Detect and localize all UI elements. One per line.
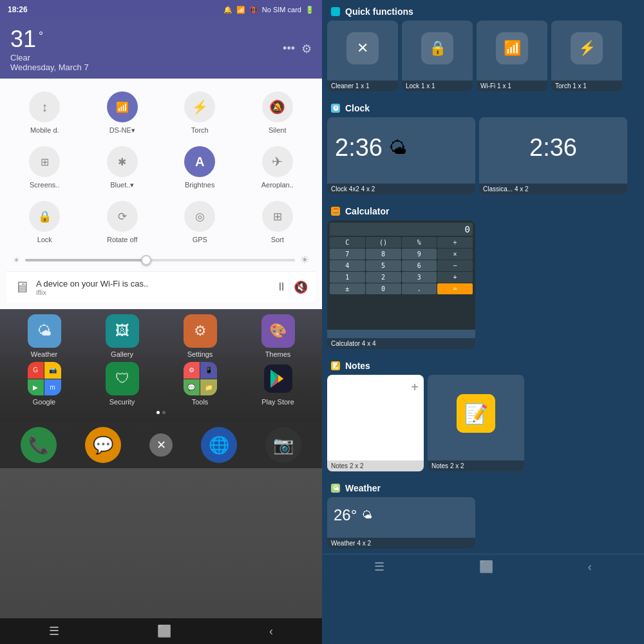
calc-btn-percent: % <box>402 237 437 248</box>
notes-yellow-inner: 📝 <box>428 375 524 452</box>
nav-menu-icon[interactable]: ☰ <box>49 624 59 638</box>
phone-app[interactable]: 📞 <box>21 427 57 463</box>
nav-home-icon[interactable]: ⬜ <box>157 624 171 638</box>
lock-widget[interactable]: 🔒 Lock 1 x 1 <box>402 21 473 91</box>
calc-btn-plusminus: ± <box>330 283 365 294</box>
tile-brightness-label: Brightnes <box>185 181 214 189</box>
app-item-gallery[interactable]: 🖼 Gallery <box>84 314 160 358</box>
right-nav-back[interactable]: ‹ <box>588 560 592 574</box>
tile-mobile-data-label: Mobile d. <box>30 126 59 134</box>
brightness-fill <box>25 259 147 261</box>
tile-screenshot[interactable]: ⊞ Screens.. <box>6 140 83 193</box>
notes-blank-widget[interactable]: + Notes 2 x 2 <box>327 375 424 471</box>
calculator-dot: 🧮 <box>331 207 340 216</box>
tile-bluetooth[interactable]: ✱ Bluet..▾ <box>84 140 161 193</box>
cleaner-widget[interactable]: ✕ Cleaner 1 x 1 <box>327 21 398 91</box>
torch-widget[interactable]: ⚡ Torch 1 x 1 <box>551 21 622 91</box>
nav-back-icon[interactable]: ‹ <box>269 625 273 638</box>
calc-btn-c: C <box>330 237 365 248</box>
calc-btn-3: 3 <box>402 272 437 283</box>
app-item-weather[interactable]: 🌤 Weather <box>6 314 82 358</box>
app-item-themes[interactable]: 🎨 Themes <box>240 314 316 358</box>
brightness-slider[interactable] <box>25 259 295 261</box>
app-grid-background: 🌤 Weather 🖼 Gallery ⚙ Settings 🎨 Themes … <box>0 309 322 422</box>
calc-btn-dot: . <box>402 283 437 294</box>
notes-row: + Notes 2 x 2 📝 Notes 2 x 2 <box>322 375 644 477</box>
torch-widget-icon: ⚡ <box>571 32 603 64</box>
calculator-widget-label: Calculator 4 x 4 <box>327 338 475 349</box>
wifi-icon: 📶 <box>236 6 245 14</box>
more-options-icon[interactable]: ••• <box>283 42 295 56</box>
right-nav-home[interactable]: ⬜ <box>479 560 493 574</box>
notes-plus-icon: + <box>411 380 419 395</box>
left-panel: 18:26 🔔 📶 📵 No SIM card 🔋 31 ° Clear Wed… <box>0 0 322 644</box>
brightness-icon: A <box>184 146 215 177</box>
app-item-playstore[interactable]: Play Store <box>240 362 316 406</box>
tile-gps[interactable]: ◎ GPS <box>162 194 238 247</box>
page-dot-1 <box>156 411 160 414</box>
security-app-label: Security <box>109 398 135 406</box>
calculator-row: 0 C () % ÷ 7 8 9 × 4 5 6 − 1 2 3 <box>322 220 644 354</box>
calculator-widget[interactable]: 0 C () % ÷ 7 8 9 × 4 5 6 − 1 2 3 <box>327 220 475 349</box>
clock-4x2-inner: 2:36 🌤 <box>327 117 475 178</box>
tile-ds-ne-label: DS-NE▾ <box>109 126 135 135</box>
wifi-widget[interactable]: 📶 Wi-Fi 1 x 1 <box>477 21 547 91</box>
close-button[interactable]: ✕ <box>149 433 173 457</box>
tile-rotate[interactable]: ⟳ Rotate off <box>84 194 161 247</box>
tile-torch[interactable]: ⚡ Torch <box>162 85 238 138</box>
brightness-row[interactable]: ☀ ☀ <box>6 252 316 271</box>
weather-section-row: 26° 🌤 Weather 4 x 2 <box>322 497 644 554</box>
weather-section-widget[interactable]: 26° 🌤 Weather 4 x 2 <box>327 497 475 549</box>
tile-mobile-data[interactable]: ↕ Mobile d. <box>6 85 83 138</box>
app-item-settings[interactable]: ⚙ Settings <box>162 314 238 358</box>
screenshot-icon: ⊞ <box>29 146 60 177</box>
clock-classic-widget[interactable]: 2:36 Classica... 4 x 2 <box>479 117 627 194</box>
tile-airplane-label: Aeroplan.. <box>261 181 294 189</box>
brightness-thumb <box>141 255 151 265</box>
media-text: A device on your Wi-Fi is cas.. iflix <box>36 279 269 296</box>
calc-btn-add: + <box>437 272 473 283</box>
tile-gps-label: GPS <box>193 236 207 243</box>
cleaner-icon-area: ✕ <box>327 21 398 75</box>
clock-4x2-widget[interactable]: 2:36 🌤 Clock 4x2 4 x 2 <box>327 117 475 194</box>
notes-dot: 📝 <box>331 361 340 370</box>
tile-sort[interactable]: ⊞ Sort <box>240 194 316 247</box>
weather-widget-icon: 🌤 <box>362 509 372 521</box>
tile-brightness[interactable]: A Brightnes <box>162 140 238 193</box>
settings-icon[interactable]: ⚙ <box>301 42 312 56</box>
notes-yellow-widget[interactable]: 📝 Notes 2 x 2 <box>428 375 524 471</box>
quick-functions-header: Quick functions <box>322 0 644 21</box>
browser-app[interactable]: 🌐 <box>201 427 237 463</box>
mute-icon[interactable]: 🔇 <box>294 280 308 294</box>
page-dots <box>6 408 316 417</box>
notes-blank-label: Notes 2 x 2 <box>327 460 424 471</box>
clock-label: Clock <box>345 103 370 113</box>
app-item-google[interactable]: G 📷 ▶ m Google <box>6 362 82 406</box>
tools-folder-icon: ⚙ 📱 💬 📁 <box>184 362 217 395</box>
camera-app[interactable]: 📷 <box>265 427 301 463</box>
pause-icon[interactable]: ⏸ <box>276 280 287 294</box>
tile-lock-label: Lock <box>37 236 52 243</box>
gallery-app-label: Gallery <box>111 350 133 358</box>
notes-label: Notes <box>345 361 370 371</box>
torch-icon: ⚡ <box>184 91 215 122</box>
right-nav-menu[interactable]: ☰ <box>374 560 384 574</box>
app-item-security[interactable]: 🛡 Security <box>84 362 160 406</box>
ds-ne-icon: 📶 <box>107 91 138 122</box>
tile-silent[interactable]: 🔕 Silent <box>240 85 316 138</box>
tile-airplane[interactable]: ✈ Aeroplan.. <box>240 140 316 193</box>
calc-display: 0 <box>330 223 473 236</box>
app-item-tools[interactable]: ⚙ 📱 💬 📁 Tools <box>162 362 238 406</box>
messages-app[interactable]: 💬 <box>85 427 121 463</box>
playstore-app-icon <box>261 362 295 395</box>
calc-btn-8: 8 <box>366 249 401 260</box>
tile-lock[interactable]: 🔒 Lock <box>6 194 83 247</box>
rotate-icon: ⟳ <box>107 201 138 232</box>
clock-header: 🕐 Clock <box>322 97 644 117</box>
notes-yellow-label: Notes 2 x 2 <box>428 460 524 471</box>
tools-app-label: Tools <box>192 398 209 406</box>
weather-controls: ••• ⚙ <box>283 42 312 56</box>
tile-ds-ne[interactable]: 📶 DS-NE▾ <box>84 85 161 138</box>
torch-icon-area: ⚡ <box>551 21 622 75</box>
calc-btn-paren: () <box>366 237 401 248</box>
